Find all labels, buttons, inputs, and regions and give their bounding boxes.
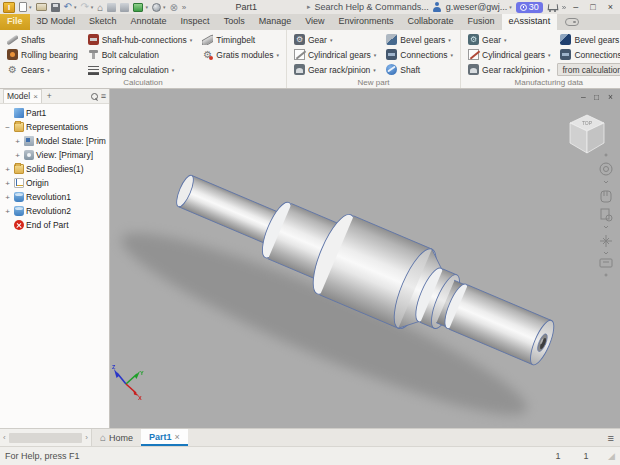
cart-icon[interactable] (547, 3, 558, 12)
qat-overflow-icon[interactable]: » (182, 3, 185, 12)
mfg-gear-rack-button[interactable]: Gear rack/pinion▾ (465, 62, 553, 77)
tab-collaborate[interactable]: Collaborate (401, 14, 461, 30)
new-connections-button[interactable]: Connections▾ (383, 47, 456, 62)
doc-restore-button[interactable]: □ (594, 92, 599, 102)
collapse-icon[interactable]: − (3, 123, 12, 132)
pan-icon[interactable] (601, 191, 611, 202)
trial-days-badge[interactable]: 30 (516, 2, 543, 13)
tree-item-model-state[interactable]: +Model State: [Prim (0, 134, 109, 148)
open-file-icon[interactable] (36, 3, 47, 11)
tab-fusion[interactable]: Fusion (461, 14, 502, 30)
material-caret-icon[interactable]: ▾ (145, 4, 148, 10)
tab-environments[interactable]: Environments (332, 14, 401, 30)
shafts-button[interactable]: Shafts (4, 32, 81, 47)
bolt-calculation-button[interactable]: Bolt calculation (85, 47, 196, 62)
spring-calculation-button[interactable]: Spring calculation▾ (85, 62, 196, 77)
mfg-bevel-gears-button[interactable]: Bevel gears▾ (557, 32, 620, 47)
tab-inspect[interactable]: Inspect (174, 14, 217, 30)
doc-tab-part1[interactable]: Part1 × (141, 429, 188, 446)
gears-button[interactable]: Gears▾ (4, 62, 81, 77)
expand-icon[interactable]: + (3, 179, 12, 188)
new-shaft-button[interactable]: Shaft (383, 62, 456, 77)
expand-icon[interactable]: + (3, 193, 12, 202)
search-collapse-icon[interactable]: ▸ (307, 3, 311, 11)
user-avatar-icon[interactable] (433, 2, 442, 12)
doc-close-button[interactable]: × (608, 92, 613, 102)
mfg-source-combo[interactable]: from calculation▾ (557, 63, 620, 76)
orbit-icon[interactable] (600, 235, 612, 247)
mfg-cylindrical-gears-button[interactable]: Cylindrical gears▾ (465, 47, 553, 62)
look-at-icon[interactable] (600, 259, 612, 267)
tab-manage[interactable]: Manage (252, 14, 299, 30)
titlebar-overflow-icon[interactable]: » (562, 3, 565, 12)
doc-tab-home[interactable]: ⌂ Home (92, 429, 141, 446)
tree-item-revolution2[interactable]: +Revolution2 (0, 204, 109, 218)
graphics-viewport[interactable]: – □ × TOP (110, 89, 620, 428)
tree-item-revolution1[interactable]: +Revolution1 (0, 190, 109, 204)
rolling-bearing-button[interactable]: Rolling bearing (4, 47, 81, 62)
navbar-caret-icon[interactable] (604, 252, 608, 254)
new-file-caret-icon[interactable]: ▾ (29, 4, 32, 10)
search-input[interactable]: Search Help & Commands... (315, 2, 429, 12)
new-file-icon[interactable] (19, 2, 27, 12)
new-bevel-gears-button[interactable]: Bevel gears▾ (383, 32, 456, 47)
expand-icon[interactable]: + (13, 151, 22, 160)
tab-3d-model[interactable]: 3D Model (30, 14, 83, 30)
zoom-icon[interactable] (601, 209, 612, 221)
browser-horizontal-scrollbar[interactable]: ‹ › (0, 429, 92, 446)
undo-caret-icon[interactable]: ▾ (74, 4, 77, 10)
tree-item-representations[interactable]: −Representations (0, 120, 109, 134)
tree-item-view-primary[interactable]: +View: [Primary] (0, 148, 109, 162)
shaft-hub-connections-button[interactable]: Shaft-hub-connections▾ (85, 32, 196, 47)
navigation-wheel-icon[interactable] (600, 163, 612, 175)
clear-appearance-icon[interactable]: ⊗ (169, 2, 177, 13)
undo-icon[interactable]: ↶ (64, 2, 72, 12)
user-account-menu[interactable]: g.weser@gwj... (446, 2, 508, 12)
gratis-modules-button[interactable]: Gratis modules▾ (199, 47, 282, 62)
new-gear-rack-button[interactable]: Gear rack/pinion▾ (291, 62, 379, 77)
tree-item-origin[interactable]: +Origin (0, 176, 109, 190)
return-icon[interactable] (107, 3, 116, 12)
tree-item-solid-bodies[interactable]: +Solid Bodies(1) (0, 162, 109, 176)
add-browser-tab-button[interactable]: + (45, 91, 54, 101)
browser-menu-icon[interactable]: ≡ (101, 91, 106, 101)
scroll-right-icon[interactable]: › (83, 433, 90, 442)
timingbelt-button[interactable]: Timingbelt (199, 32, 282, 47)
tab-annotate[interactable]: Annotate (124, 14, 174, 30)
home-view-icon[interactable]: ⌂ (97, 2, 103, 13)
browser-tab-model[interactable]: Model × (3, 89, 42, 103)
window-maximize-button[interactable]: □ (586, 1, 599, 14)
view-cube[interactable]: TOP (570, 115, 604, 153)
search-icon[interactable] (91, 93, 98, 100)
tab-sketch[interactable]: Sketch (82, 14, 124, 30)
navbar-caret-icon[interactable] (604, 226, 608, 228)
ribbon-display-toggle-icon[interactable] (565, 18, 579, 26)
mfg-connections-button[interactable]: Connections▾ (557, 47, 620, 62)
resize-grip-icon[interactable]: ◢ (608, 451, 615, 461)
scroll-left-icon[interactable]: ‹ (1, 433, 8, 442)
navbar-caret-icon[interactable] (604, 181, 608, 183)
mfg-gear-button[interactable]: Gear▾ (465, 32, 553, 47)
sketch-icon[interactable] (120, 3, 129, 12)
save-icon[interactable] (51, 3, 60, 12)
redo-icon[interactable]: ↷ (80, 2, 88, 12)
close-icon[interactable]: × (33, 92, 38, 101)
redo-caret-icon[interactable]: ▾ (91, 4, 94, 10)
tab-eassistant[interactable]: eAssistant (502, 14, 558, 30)
appearance-icon[interactable] (152, 3, 161, 12)
new-cylindrical-gears-button[interactable]: Cylindrical gears▾ (291, 47, 379, 62)
close-icon[interactable]: × (175, 432, 180, 442)
doc-minimize-button[interactable]: – (581, 92, 586, 102)
window-close-button[interactable]: × (604, 1, 617, 14)
expand-icon[interactable]: + (3, 207, 12, 216)
material-icon[interactable] (133, 3, 143, 12)
tab-file[interactable]: File (0, 14, 30, 30)
window-minimize-button[interactable]: – (569, 1, 582, 14)
inventor-logo-icon[interactable]: I (3, 2, 15, 13)
viewcube-top-face[interactable]: TOP (582, 120, 593, 126)
expand-icon[interactable]: + (13, 137, 22, 146)
appearance-caret-icon[interactable]: ▾ (163, 4, 166, 10)
scrollbar-thumb[interactable] (9, 433, 83, 443)
tab-view[interactable]: View (298, 14, 331, 30)
tab-tools[interactable]: Tools (217, 14, 252, 30)
